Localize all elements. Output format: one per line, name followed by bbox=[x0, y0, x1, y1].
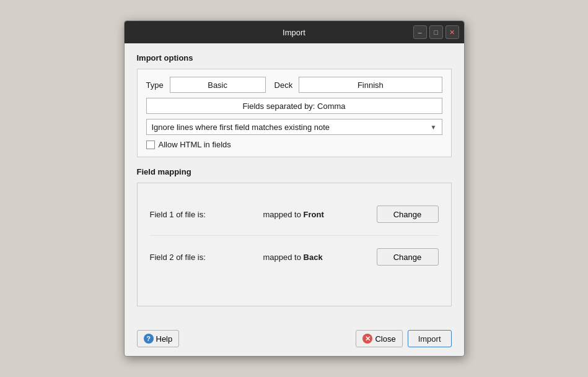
ignore-dropdown-row: Ignore lines where first field matches e… bbox=[146, 119, 442, 135]
field-1-mapped-text: mapped to bbox=[263, 210, 304, 219]
allow-html-label: Allow HTML in fields bbox=[159, 140, 231, 149]
close-label: Close bbox=[375, 334, 395, 344]
dialog-content: Import options Type Basic Deck Finnish F… bbox=[125, 43, 464, 325]
field-row-2: Field 2 of file is: mapped to Back Chang… bbox=[150, 236, 439, 278]
close-window-button[interactable]: ✕ bbox=[445, 25, 459, 39]
type-deck-row: Type Basic Deck Finnish bbox=[146, 77, 442, 93]
close-button[interactable]: ✕ Close bbox=[356, 330, 402, 347]
field-2-mapped-value: Back bbox=[304, 253, 323, 262]
field-row-1: Field 1 of file is: mapped to Front Chan… bbox=[150, 193, 439, 236]
dialog-footer: ? Help ✕ Close Import bbox=[125, 325, 464, 356]
import-options-box: Type Basic Deck Finnish Fields separated… bbox=[137, 69, 452, 157]
field-2-mapped: mapped to Back bbox=[263, 253, 377, 262]
help-label: Help bbox=[156, 334, 173, 344]
close-icon: ✕ bbox=[362, 334, 372, 344]
allow-html-row: Allow HTML in fields bbox=[146, 140, 442, 149]
deck-label: Deck bbox=[274, 80, 293, 90]
type-label: Type bbox=[146, 80, 164, 90]
field-2-desc: Field 2 of file is: bbox=[150, 253, 263, 262]
help-icon: ? bbox=[144, 334, 154, 344]
field-mapping-box: Field 1 of file is: mapped to Front Chan… bbox=[137, 183, 452, 306]
field-mapping-inner: Field 1 of file is: mapped to Front Chan… bbox=[138, 183, 451, 288]
field-mapping-label: Field mapping bbox=[137, 167, 452, 176]
window-title: Import bbox=[283, 28, 305, 37]
help-button[interactable]: ? Help bbox=[137, 330, 180, 347]
ignore-dropdown[interactable]: Ignore lines where first field matches e… bbox=[146, 119, 442, 135]
allow-html-checkbox[interactable] bbox=[146, 141, 155, 149]
field-1-desc: Field 1 of file is: bbox=[150, 210, 263, 219]
ignore-dropdown-text: Ignore lines where first field matches e… bbox=[152, 123, 330, 132]
deck-value[interactable]: Finnish bbox=[299, 77, 442, 93]
field-1-mapped: mapped to Front bbox=[263, 210, 377, 219]
fields-separated-button[interactable]: Fields separated by: Comma bbox=[146, 98, 442, 114]
import-button[interactable]: Import bbox=[408, 330, 452, 347]
field-2-mapped-text: mapped to bbox=[263, 253, 304, 262]
minimize-button[interactable]: – bbox=[413, 25, 427, 39]
import-options-label: Import options bbox=[137, 53, 452, 63]
field-1-change-button[interactable]: Change bbox=[377, 206, 439, 223]
window-controls: – □ ✕ bbox=[413, 25, 459, 39]
field-2-change-button[interactable]: Change bbox=[377, 248, 439, 266]
maximize-button[interactable]: □ bbox=[429, 25, 443, 39]
titlebar: Import – □ ✕ bbox=[125, 21, 464, 43]
footer-right-buttons: ✕ Close Import bbox=[356, 330, 451, 347]
field-1-mapped-value: Front bbox=[304, 210, 324, 219]
type-value[interactable]: Basic bbox=[170, 77, 266, 93]
dropdown-arrow-icon: ▼ bbox=[431, 124, 437, 131]
import-dialog: Import – □ ✕ Import options Type Basic D… bbox=[124, 20, 465, 357]
